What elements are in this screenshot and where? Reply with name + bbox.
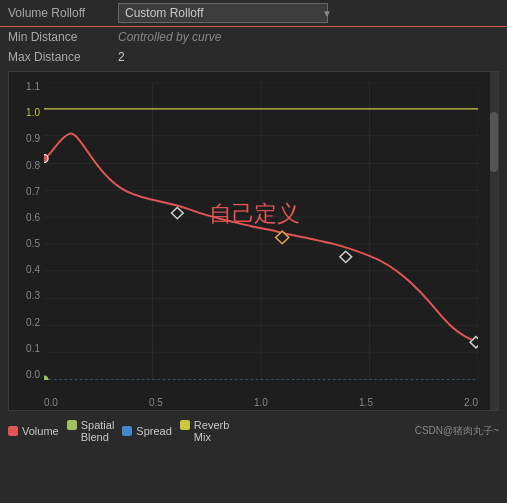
legend-volume: Volume bbox=[8, 425, 59, 437]
x-label-20: 2.0 bbox=[464, 397, 478, 408]
svg-rect-21 bbox=[340, 251, 352, 262]
y-label-02: 0.2 bbox=[26, 318, 40, 328]
legend-spatial-blend-label: Spatial bbox=[81, 419, 115, 431]
y-label-07: 0.7 bbox=[26, 187, 40, 197]
chart-area[interactable]: 1.1 1.0 0.9 0.8 0.7 0.6 0.5 0.4 0.3 0.2 … bbox=[8, 71, 499, 411]
legend-watermark-text: CSDN@猪肉丸子~ bbox=[415, 424, 499, 438]
legend-spatial-blend: Spatial Blend bbox=[67, 419, 115, 443]
y-label-04: 0.4 bbox=[26, 265, 40, 275]
volume-rolloff-label: Volume Rolloff bbox=[8, 6, 118, 20]
main-container: Volume Rolloff Custom Rolloff Linear Rol… bbox=[0, 0, 507, 503]
svg-point-18 bbox=[44, 155, 48, 163]
y-label-09: 0.9 bbox=[26, 134, 40, 144]
y-label-00: 0.0 bbox=[26, 370, 40, 380]
legend-reverb-dot bbox=[180, 420, 190, 430]
min-distance-row: Min Distance Controlled by curve bbox=[0, 27, 507, 47]
min-distance-value: Controlled by curve bbox=[118, 30, 221, 44]
legend-reverb-label: Reverb bbox=[194, 419, 229, 431]
max-distance-row: Max Distance 2 bbox=[0, 47, 507, 67]
legend-volume-label: Volume bbox=[22, 425, 59, 437]
x-label-15: 1.5 bbox=[359, 397, 373, 408]
min-distance-label: Min Distance bbox=[8, 30, 118, 44]
legend-spread-label: Spread bbox=[136, 425, 171, 437]
legend-volume-dot bbox=[8, 426, 18, 436]
max-distance-label: Max Distance bbox=[8, 50, 118, 64]
y-label-08: 0.8 bbox=[26, 161, 40, 171]
legend: Volume Spatial Blend Spread Reverb Mix C… bbox=[0, 415, 507, 447]
x-label-10: 1.0 bbox=[254, 397, 268, 408]
legend-spread-dot bbox=[122, 426, 132, 436]
y-label-06: 0.6 bbox=[26, 213, 40, 223]
max-distance-value: 2 bbox=[118, 50, 125, 64]
legend-spread: Spread bbox=[122, 425, 171, 437]
chart-svg[interactable]: 自己定义 bbox=[44, 82, 478, 380]
dropdown-wrapper: Custom Rolloff Linear Rolloff Logarithmi… bbox=[118, 3, 338, 23]
y-label-05: 0.5 bbox=[26, 239, 40, 249]
legend-spatial-blend-label2: Blend bbox=[67, 431, 109, 443]
y-label-11: 1.1 bbox=[26, 82, 40, 92]
x-axis-labels: 0.0 0.5 1.0 1.5 2.0 bbox=[44, 397, 478, 408]
y-label-01: 0.1 bbox=[26, 344, 40, 354]
y-label-03: 0.3 bbox=[26, 291, 40, 301]
chart-chinese-text: 自己定义 bbox=[209, 201, 299, 226]
y-axis-labels: 1.1 1.0 0.9 0.8 0.7 0.6 0.5 0.4 0.3 0.2 … bbox=[9, 82, 44, 380]
scrollbar[interactable] bbox=[490, 72, 498, 410]
svg-point-23 bbox=[44, 376, 48, 380]
scrollbar-thumb[interactable] bbox=[490, 112, 498, 172]
legend-watermark: CSDN@猪肉丸子~ bbox=[415, 424, 499, 438]
x-label-0: 0.0 bbox=[44, 397, 58, 408]
legend-spatial-blend-dot bbox=[67, 420, 77, 430]
svg-rect-22 bbox=[470, 337, 478, 348]
volume-rolloff-row: Volume Rolloff Custom Rolloff Linear Rol… bbox=[0, 0, 507, 27]
legend-reverb-label2: Mix bbox=[180, 431, 211, 443]
x-label-05: 0.5 bbox=[149, 397, 163, 408]
rolloff-dropdown[interactable]: Custom Rolloff Linear Rolloff Logarithmi… bbox=[118, 3, 328, 23]
legend-reverb: Reverb Mix bbox=[180, 419, 229, 443]
y-label-10: 1.0 bbox=[26, 108, 40, 118]
